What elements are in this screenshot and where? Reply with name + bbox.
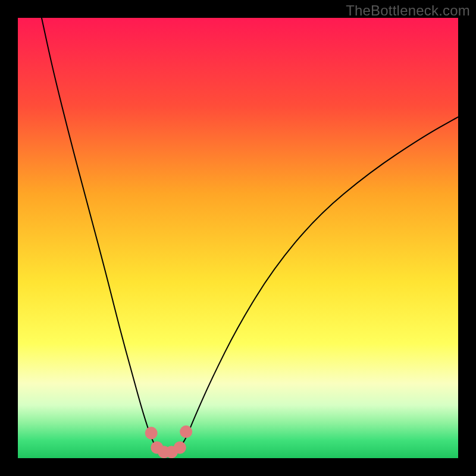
- curve-marker: [145, 427, 158, 439]
- curve-marker: [180, 425, 192, 438]
- bottleneck-chart: [18, 18, 458, 458]
- plot-frame: [18, 18, 458, 458]
- curve-marker: [174, 441, 186, 454]
- gradient-background: [18, 18, 458, 458]
- watermark-text: TheBottleneck.com: [346, 2, 470, 19]
